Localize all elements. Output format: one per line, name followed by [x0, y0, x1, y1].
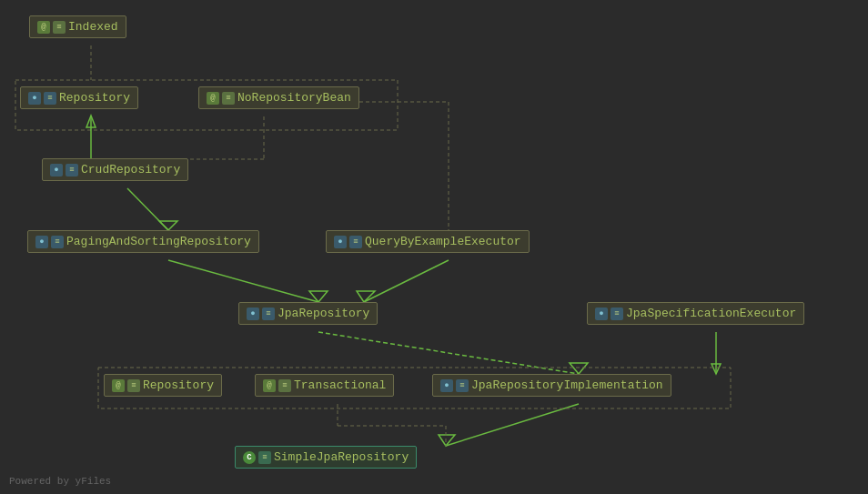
annotation-icon: @ — [112, 379, 125, 392]
svg-line-13 — [446, 404, 579, 446]
interface-icon: ● — [595, 307, 608, 320]
svg-line-3 — [127, 188, 168, 230]
interface-icon: ● — [440, 379, 453, 392]
annotation-icon: @ — [37, 21, 50, 34]
node-label: CrudRepository — [81, 163, 180, 176]
node-label: Repository — [59, 91, 130, 105]
node-repository-top[interactable]: ● ≡ Repository — [20, 86, 138, 109]
node-label: NoRepositoryBean — [237, 91, 351, 105]
svg-marker-12 — [712, 364, 721, 374]
node-pagingandsortingrepository[interactable]: ● ≡ PagingAndSortingRepository — [27, 230, 259, 253]
interface-type-icon: ≡ — [456, 379, 469, 392]
svg-marker-4 — [159, 221, 177, 230]
svg-marker-2 — [86, 116, 96, 127]
node-label: Indexed — [68, 20, 118, 34]
interface-icon: ≡ — [53, 21, 66, 34]
interface-icon: ● — [334, 236, 347, 248]
node-norepositorybean[interactable]: @ ≡ NoRepositoryBean — [198, 86, 359, 109]
interface-icon: ● — [28, 92, 41, 105]
interface-type-icon: ≡ — [262, 307, 275, 320]
interface-type-icon: ≡ — [44, 92, 56, 105]
node-label: QueryByExampleExecutor — [365, 235, 521, 248]
svg-line-5 — [168, 260, 318, 302]
class-icon: C — [243, 451, 256, 464]
node-label: JpaRepositoryImplementation — [471, 378, 663, 392]
interface-icon: ● — [247, 307, 259, 320]
interface-icon: ● — [35, 236, 48, 248]
node-label: SimpleJpaRepository — [274, 450, 409, 464]
node-jparepositoryimplementation[interactable]: ● ≡ JpaRepositoryImplementation — [432, 374, 671, 397]
class-type-icon: ≡ — [258, 451, 271, 464]
node-jparepository[interactable]: ● ≡ JpaRepository — [238, 302, 378, 325]
svg-marker-8 — [357, 291, 375, 302]
node-querybyexampleexecutor[interactable]: ● ≡ QueryByExampleExecutor — [326, 230, 530, 253]
interface-icon: ≡ — [278, 379, 291, 392]
node-simplejparepository[interactable]: C ≡ SimpleJpaRepository — [235, 446, 417, 469]
node-label: JpaSpecificationExecutor — [626, 307, 796, 320]
annotation-icon: @ — [207, 92, 219, 105]
interface-type-icon: ≡ — [611, 307, 623, 320]
annotation-icon: @ — [263, 379, 276, 392]
svg-marker-6 — [309, 291, 328, 302]
interface-icon: ● — [50, 164, 63, 176]
node-indexed[interactable]: @ ≡ Indexed — [29, 15, 126, 38]
diagram-container: @ ≡ Indexed ● ≡ Repository @ ≡ NoReposit… — [0, 0, 868, 494]
svg-line-7 — [364, 260, 449, 302]
node-label: JpaRepository — [278, 307, 369, 320]
svg-marker-10 — [570, 363, 588, 374]
node-repository-bottom[interactable]: @ ≡ Repository — [104, 374, 222, 397]
svg-marker-14 — [439, 435, 455, 446]
interface-type-icon: ≡ — [51, 236, 64, 248]
interface-type-icon: ≡ — [66, 164, 78, 176]
powered-by-label: Powered by yFiles — [9, 476, 111, 487]
node-jpaspecificationexecutor[interactable]: ● ≡ JpaSpecificationExecutor — [587, 302, 804, 325]
node-label: Transactional — [294, 378, 386, 392]
interface-icon: ≡ — [127, 379, 140, 392]
node-label: PagingAndSortingRepository — [66, 235, 251, 248]
interface-type-icon: ≡ — [349, 236, 362, 248]
node-label: Repository — [143, 378, 214, 392]
svg-line-9 — [318, 332, 579, 374]
node-transactional[interactable]: @ ≡ Transactional — [255, 374, 394, 397]
interface-icon: ≡ — [222, 92, 235, 105]
node-crudrepository[interactable]: ● ≡ CrudRepository — [42, 158, 188, 181]
